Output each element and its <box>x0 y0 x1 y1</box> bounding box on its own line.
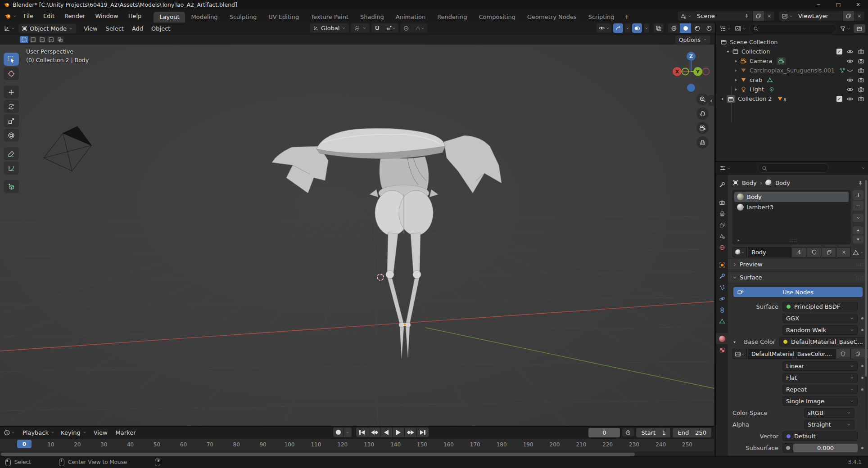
outliner-row-camera[interactable]: Camera <box>716 56 868 66</box>
expand-arrow-icon[interactable] <box>734 59 738 63</box>
outliner-filter-button[interactable] <box>839 25 851 32</box>
animate-dot[interactable] <box>861 377 863 379</box>
menu-select[interactable]: Select <box>102 25 128 32</box>
mode-dropdown[interactable]: Object Mode <box>18 24 76 33</box>
color-space-dropdown[interactable]: sRGB <box>804 408 854 418</box>
image-name-field[interactable]: DefaultMaterial_BaseColor.... <box>748 349 836 359</box>
tab-scene[interactable] <box>716 230 728 242</box>
breadcrumb-material[interactable]: Body <box>775 180 790 186</box>
tab-output[interactable] <box>716 208 728 219</box>
breadcrumb-object[interactable]: Body <box>742 180 757 186</box>
slot-specials-dropdown[interactable] <box>853 214 863 222</box>
sidebar-toggle[interactable]: ‹ <box>708 95 714 106</box>
snap-settings-dropdown[interactable] <box>383 23 398 33</box>
close-button[interactable]: ✕ <box>848 0 868 9</box>
extension-dropdown[interactable]: Repeat <box>782 385 858 394</box>
expand-arrow-icon[interactable] <box>734 68 738 73</box>
move-slot-up-button[interactable] <box>853 226 863 234</box>
viewlayer-remove-button[interactable] <box>854 11 864 21</box>
browse-material-button[interactable] <box>732 247 747 257</box>
properties-search-input[interactable] <box>758 163 829 173</box>
render-visibility-icon[interactable] <box>858 67 864 74</box>
collection-checkbox[interactable]: ✓ <box>836 96 842 102</box>
tab-rendering[interactable]: Rendering <box>431 12 473 22</box>
render-visibility-icon[interactable] <box>858 58 864 64</box>
properties-options-chevron-icon[interactable] <box>861 166 865 170</box>
play-reverse-button[interactable] <box>380 428 392 437</box>
viewlayer-browse-button[interactable] <box>779 11 796 21</box>
blender-menu-icon[interactable] <box>4 12 17 20</box>
outliner-row-collection[interactable]: Collection ✓ <box>716 47 868 56</box>
tab-animation[interactable]: Animation <box>390 12 431 22</box>
mesh-data-icon[interactable] <box>767 77 773 83</box>
subsurface-value-slider[interactable]: 0.000 <box>793 444 858 452</box>
crab-artifact-model[interactable] <box>272 128 502 358</box>
move-slot-down-button[interactable] <box>853 235 863 243</box>
hide-eye-icon[interactable] <box>846 48 854 55</box>
slot-list-grip[interactable]: :::: <box>737 238 846 243</box>
tool-add-cube[interactable] <box>4 180 19 193</box>
gizmo-x-negative[interactable] <box>682 68 689 75</box>
jump-to-end-button[interactable] <box>417 428 429 437</box>
render-visibility-icon[interactable] <box>858 86 864 93</box>
timeline-ruler[interactable]: 0 10203040506070809010011012013014015016… <box>0 438 714 451</box>
end-frame-field[interactable]: End250 <box>673 428 711 437</box>
alpha-dropdown[interactable]: Straight <box>804 420 854 429</box>
zoom-button[interactable] <box>696 93 709 105</box>
properties-editor-type-button[interactable] <box>719 164 732 172</box>
material-slot-body[interactable]: Body <box>734 192 849 202</box>
camera-view-button[interactable] <box>696 122 709 134</box>
previous-keyframe-button[interactable] <box>368 428 380 437</box>
outliner-row-collection-2[interactable]: Collection 2 8 ✓ <box>716 94 868 104</box>
scene-name[interactable]: Scene <box>694 11 741 21</box>
distribution-dropdown[interactable]: GGX <box>782 314 858 323</box>
tab-texture-paint[interactable]: Texture Paint <box>305 12 354 22</box>
transform-orientation-dropdown[interactable]: Global <box>310 23 349 33</box>
vector-button[interactable]: Default <box>782 432 858 441</box>
tab-scripting[interactable]: Scripting <box>583 12 620 22</box>
render-visibility-icon[interactable] <box>858 95 864 102</box>
material-slot-list[interactable]: Body lambert3 :::: <box>732 190 850 244</box>
fake-user-shield-icon[interactable] <box>807 247 821 257</box>
xray-toggle[interactable] <box>654 23 664 33</box>
expand-arrow-icon[interactable] <box>734 78 738 82</box>
outliner-row-scene-collection[interactable]: Scene Collection <box>716 37 868 47</box>
hide-eye-icon[interactable] <box>846 86 854 93</box>
play-button[interactable] <box>393 428 404 437</box>
add-slot-button[interactable] <box>853 190 863 200</box>
camera-data-icon[interactable] <box>777 57 786 65</box>
hide-eye-icon[interactable] <box>846 95 854 103</box>
subsurface-socket-toggle[interactable] <box>782 443 793 453</box>
camera-object-wireframe[interactable] <box>44 126 91 171</box>
outliner-row-carcinoplax[interactable]: Carcinoplax_Suruguensis.001 <box>716 66 868 75</box>
surface-panel-header[interactable]: Surface :::: <box>728 272 868 283</box>
scene-unlink-button[interactable] <box>764 11 774 21</box>
viewport-canvas[interactable]: User Perspective (0) Collection 2 | Body <box>0 45 714 426</box>
expand-arrow-icon[interactable] <box>726 50 730 54</box>
tab-tool[interactable] <box>716 179 728 190</box>
material-icon[interactable] <box>765 180 772 186</box>
viewlayer-name[interactable]: ViewLayer <box>796 11 842 21</box>
outliner-row-crab[interactable]: crab <box>716 75 868 85</box>
material-name-field[interactable]: Body <box>748 247 791 257</box>
gizmos-toggle[interactable] <box>613 23 623 33</box>
tab-object[interactable] <box>716 259 728 270</box>
gizmo-z-negative[interactable] <box>687 84 695 92</box>
expand-arrow-icon[interactable] <box>720 97 725 101</box>
tab-object-data[interactable] <box>716 315 728 327</box>
preview-panel-header[interactable]: Preview :::: <box>728 259 868 270</box>
menu-view[interactable]: View <box>80 25 102 32</box>
menu-window[interactable]: Window <box>90 10 123 22</box>
scene-new-button[interactable] <box>752 11 764 21</box>
menu-object[interactable]: Object <box>147 25 174 32</box>
tab-uv-editing[interactable]: UV Editing <box>262 12 305 22</box>
outliner-search-input[interactable] <box>749 24 836 33</box>
hide-eye-icon[interactable] <box>846 76 854 84</box>
projection-dropdown[interactable]: Flat <box>782 373 858 382</box>
tab-geometry-nodes[interactable]: Geometry Nodes <box>521 12 583 22</box>
tool-transform[interactable] <box>4 129 19 142</box>
pan-hand-button[interactable] <box>696 108 709 120</box>
remove-slot-button[interactable] <box>853 201 863 211</box>
maximize-button[interactable]: □ <box>828 0 848 9</box>
stopwatch-icon[interactable] <box>622 428 634 436</box>
